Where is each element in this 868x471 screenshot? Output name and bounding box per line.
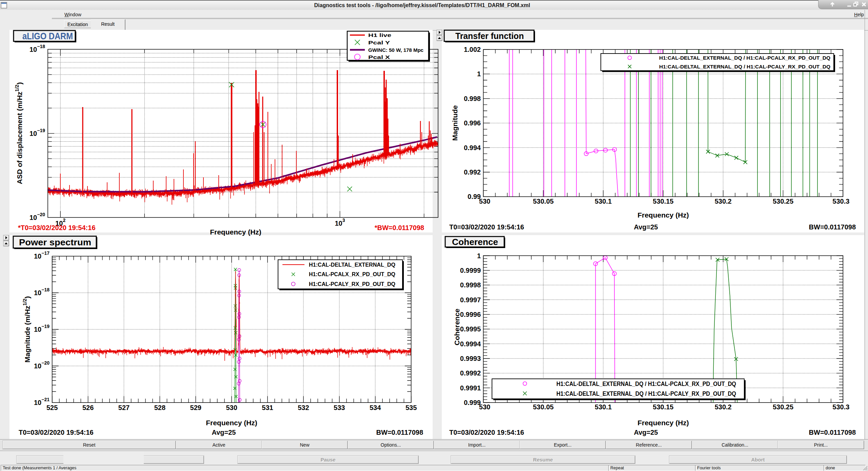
svg-text:535: 535 [406,404,417,411]
svg-text:532: 532 [298,404,309,411]
svg-text:H1:CAL-DELTAL_EXTERNAL_DQ / H1: H1:CAL-DELTAL_EXTERNAL_DQ / H1:CAL-PCALY… [659,64,830,69]
svg-text:527: 527 [118,404,130,411]
svg-text:530.25: 530.25 [773,198,793,205]
svg-text:0.9997: 0.9997 [460,296,481,304]
svg-text:0.998: 0.998 [464,95,481,102]
svg-text:H1:CAL-PCALY_RX_PD_OUT_DQ: H1:CAL-PCALY_RX_PD_OUT_DQ [309,281,395,287]
svg-text:Avg=25: Avg=25 [634,223,658,231]
svg-text:BW=0.0117098: BW=0.0117098 [809,429,856,436]
svg-text:10−18: 10−18 [34,287,50,296]
svg-text:ASD of displacement (m/Hz1/2): ASD of displacement (m/Hz1/2) [14,82,23,184]
svg-text:Coherence: Coherence [453,309,461,346]
svg-text:H1:CAL-DELTAL_EXTERNAL_DQ / H1: H1:CAL-DELTAL_EXTERNAL_DQ / H1:CAL-PCALX… [659,55,830,61]
svg-text:Pcal X: Pcal X [368,54,390,60]
svg-text:T0=03/02/2020 19:54:16: T0=03/02/2020 19:54:16 [449,429,524,436]
svg-text:BW=0.0117098: BW=0.0117098 [809,223,856,231]
svg-text:529: 529 [190,404,201,411]
svg-text:530.05: 530.05 [533,198,554,205]
svg-text:530.2: 530.2 [715,403,732,411]
svg-text:Frequency (Hz): Frequency (Hz) [206,419,257,427]
svg-text:Frequency (Hz): Frequency (Hz) [637,211,689,219]
svg-text:103: 103 [335,218,345,227]
svg-text:Magnitude: Magnitude [451,105,459,141]
svg-text:GWINC: 50 W, 178 Mpc: GWINC: 50 W, 178 Mpc [368,47,423,53]
svg-text:530.3: 530.3 [832,198,849,205]
svg-text:1: 1 [477,252,481,260]
svg-text:528: 528 [154,404,165,411]
svg-text:H1 live: H1 live [368,32,391,38]
svg-text:0.9992: 0.9992 [460,369,481,377]
svg-text:0.9993: 0.9993 [460,355,481,362]
svg-text:531: 531 [262,404,273,411]
svg-text:T0=03/02/2020 19:54:16: T0=03/02/2020 19:54:16 [449,223,524,231]
svg-text:530.05: 530.05 [533,403,554,411]
svg-text:BW=0.0117098: BW=0.0117098 [376,429,423,436]
svg-text:Frequency (Hz): Frequency (Hz) [637,419,689,427]
svg-text:0.9991: 0.9991 [460,384,481,392]
svg-text:10−20: 10−20 [29,212,45,221]
svg-text:530.3: 530.3 [832,403,849,411]
svg-text:0.9998: 0.9998 [460,281,481,289]
svg-text:H1:CAL-DELTAL_EXTERNAL_DQ / H1: H1:CAL-DELTAL_EXTERNAL_DQ / H1:CAL-PCALX… [556,380,736,387]
svg-text:0.9999: 0.9999 [460,267,481,274]
svg-text:10−19: 10−19 [34,324,50,333]
svg-text:534: 534 [370,404,381,411]
svg-text:10−19: 10−19 [29,128,45,137]
svg-text:Avg=25: Avg=25 [212,429,236,436]
svg-text:530.1: 530.1 [595,198,612,205]
svg-text:0.999: 0.999 [464,399,481,406]
svg-text:Frequency (Hz): Frequency (Hz) [210,228,261,236]
svg-text:530.2: 530.2 [715,198,732,205]
svg-text:0.9996: 0.9996 [460,311,481,318]
svg-text:0.9995: 0.9995 [460,325,481,333]
svg-text:525: 525 [46,404,58,411]
svg-text:Magnitude (m/Hz1/2): Magnitude (m/Hz1/2) [22,296,31,363]
svg-text:530.15: 530.15 [653,403,673,411]
svg-text:530: 530 [479,403,490,411]
svg-text:*T0=03/02/2020 19:54:16: *T0=03/02/2020 19:54:16 [18,224,96,231]
svg-text:530.25: 530.25 [773,403,793,411]
svg-text:530.15: 530.15 [653,198,673,205]
svg-text:Transfer function: Transfer function [455,31,524,41]
svg-text:1.002: 1.002 [464,46,481,53]
svg-text:aLIGO DARM: aLIGO DARM [22,31,73,41]
svg-text:530: 530 [226,404,237,411]
svg-text:0.996: 0.996 [464,119,481,127]
svg-text:Coherence: Coherence [452,237,498,247]
svg-text:533: 533 [334,404,345,411]
svg-text:Pcal Y: Pcal Y [368,40,390,45]
svg-text:0.992: 0.992 [464,168,481,176]
svg-text:526: 526 [82,404,94,411]
svg-text:10−20: 10−20 [34,360,50,370]
svg-text:1: 1 [477,70,481,78]
svg-text:Avg=25: Avg=25 [634,429,658,436]
svg-text:H1:CAL-DELTAL_EXTERNAL_DQ: H1:CAL-DELTAL_EXTERNAL_DQ [309,262,395,268]
svg-text:530.1: 530.1 [595,403,612,411]
svg-text:530: 530 [479,198,490,205]
svg-text:*BW=0.0117098: *BW=0.0117098 [375,224,424,231]
svg-text:10−17: 10−17 [34,250,50,260]
svg-text:H1:CAL-DELTAL_EXTERNAL_DQ / H1: H1:CAL-DELTAL_EXTERNAL_DQ / H1:CAL-PCALY… [556,390,736,397]
svg-text:0.994: 0.994 [464,144,481,151]
svg-text:Power spectrum: Power spectrum [19,237,91,247]
svg-text:10−18: 10−18 [29,44,45,53]
svg-text:H1:CAL-PCALX_RX_PD_OUT_DQ: H1:CAL-PCALX_RX_PD_OUT_DQ [309,271,395,277]
svg-text:T0=03/02/2020 19:54:16: T0=03/02/2020 19:54:16 [19,429,94,436]
svg-text:0.9994: 0.9994 [460,340,481,348]
